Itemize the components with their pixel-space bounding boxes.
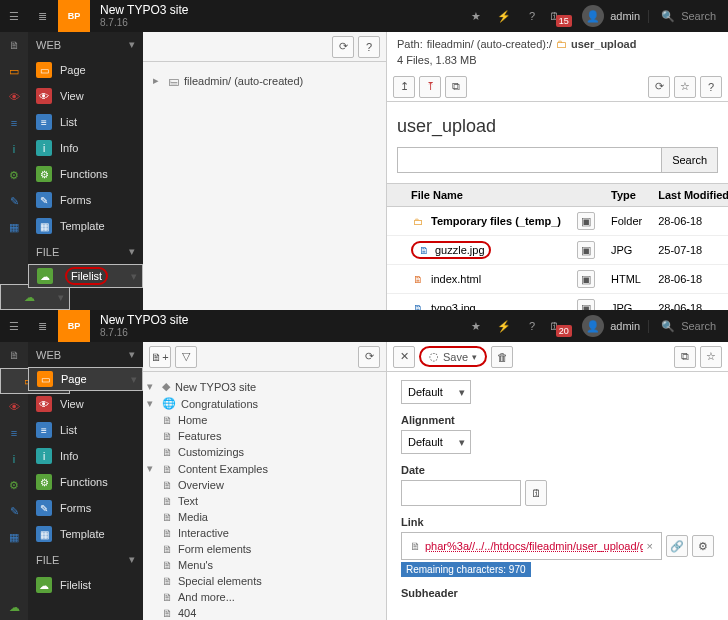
file-name[interactable]: 🗎index.html	[411, 272, 561, 286]
module-info[interactable]: iInfo	[28, 443, 143, 469]
link-wizard-button[interactable]: 🔗	[666, 535, 688, 557]
help-button[interactable]: ?	[700, 76, 722, 98]
help-button[interactable]: ?	[358, 36, 380, 58]
module-filelist[interactable]: ☁Filelist	[28, 264, 143, 288]
group-file[interactable]: FILE▾	[28, 547, 143, 572]
datepicker-button[interactable]: 🗓	[525, 480, 547, 506]
list-icon[interactable]: ≣	[28, 310, 56, 342]
link-input[interactable]	[425, 534, 643, 558]
user-menu[interactable]: 👤 admin	[574, 315, 648, 337]
rail-page-icon[interactable]: ▭	[0, 58, 28, 84]
tree-node[interactable]: 🗎Media	[147, 509, 382, 525]
alignment-select[interactable]: Default	[401, 430, 471, 454]
help-icon[interactable]: ?	[518, 310, 546, 342]
global-search[interactable]: 🔍 Search	[648, 320, 728, 333]
col-filename[interactable]: File Name	[403, 184, 569, 207]
typo3-logo[interactable]: BP	[58, 310, 90, 342]
thumbnail-icon[interactable]: ▣	[577, 241, 595, 259]
file-name[interactable]: 🗎guzzle.jpg	[411, 241, 561, 259]
rail-tmpl-icon[interactable]: ▦	[0, 214, 28, 240]
search-input[interactable]	[397, 147, 662, 173]
module-list[interactable]: ≡List	[28, 109, 143, 135]
tree-node[interactable]: ▾🌐Congratulations	[147, 395, 382, 412]
share-button[interactable]: ⧉	[674, 346, 696, 368]
refresh-button[interactable]: ⟳	[358, 346, 380, 368]
group-web[interactable]: WEB▾	[28, 32, 143, 57]
module-filelist[interactable]: ☁Filelist	[28, 572, 143, 598]
calendar-icon[interactable]: 🗓20	[546, 310, 574, 342]
tree-node[interactable]: 🗎Menu's	[147, 557, 382, 573]
tree-node[interactable]: 🗎Features	[147, 428, 382, 444]
tree-node[interactable]: ▾◆New TYPO3 site	[147, 378, 382, 395]
search-button[interactable]: Search	[662, 147, 718, 173]
module-view[interactable]: 👁View	[28, 83, 143, 109]
typo3-logo[interactable]: BP	[58, 0, 90, 32]
help-icon[interactable]: ?	[518, 0, 546, 32]
module-template[interactable]: ▦Template	[28, 521, 143, 547]
module-template[interactable]: ▦Template	[28, 213, 143, 239]
close-button[interactable]: ✕	[393, 346, 415, 368]
user-menu[interactable]: 👤 admin	[574, 5, 648, 27]
collapse-icon[interactable]: ☰	[0, 0, 28, 32]
thumbnail-icon[interactable]: ▣	[577, 270, 595, 288]
calendar-icon[interactable]: 🗓15	[546, 0, 574, 32]
rail-file-icon[interactable]: 🗎	[0, 32, 28, 58]
tree-node[interactable]: 🗎And more...	[147, 589, 382, 605]
rail-forms-icon[interactable]: ✎	[0, 498, 28, 524]
rail-filelist-icon[interactable]: ☁	[0, 594, 28, 620]
thumbnail-icon[interactable]: ▣	[577, 212, 595, 230]
rail-view-icon[interactable]: 👁	[0, 84, 28, 110]
new-page-button[interactable]: 🗎+	[149, 346, 171, 368]
refresh-button[interactable]: ⟳	[332, 36, 354, 58]
tree-node[interactable]: 🗎Text	[147, 493, 382, 509]
refresh-button[interactable]: ⟳	[648, 76, 670, 98]
collapse-icon[interactable]: ☰	[0, 310, 28, 342]
file-name[interactable]: 🗎typo3.jpg	[411, 301, 561, 310]
tree-node[interactable]: 🗎Home	[147, 412, 382, 428]
rail-tmpl-icon[interactable]: ▦	[0, 524, 28, 550]
rail-file-icon[interactable]: 🗎	[0, 342, 28, 368]
rail-func-icon[interactable]: ⚙	[0, 162, 28, 188]
table-row[interactable]: 🗎index.html ▣ HTML 28-06-18 0 B RW -	[387, 265, 728, 294]
module-list[interactable]: ≡List	[28, 417, 143, 443]
bookmark-icon[interactable]: ★	[462, 0, 490, 32]
clear-icon[interactable]: ×	[643, 540, 657, 552]
module-page[interactable]: ▭Page	[28, 367, 143, 391]
tree-node[interactable]: 🗎Form elements	[147, 541, 382, 557]
tree-root-fileadmin[interactable]: ▸ 🖴 fileadmin/ (auto-created)	[153, 72, 376, 89]
col-modified[interactable]: Last Modified	[650, 184, 728, 207]
save-button[interactable]: ◌Save▾	[419, 346, 487, 367]
upload-button[interactable]: ⤒	[419, 76, 441, 98]
tree-node[interactable]: ▾🗎Content Examples	[147, 460, 382, 477]
rail-view-icon[interactable]: 👁	[0, 394, 28, 420]
tree-node[interactable]: 🗎Interactive	[147, 525, 382, 541]
link-options-button[interactable]: ⚙	[692, 535, 714, 557]
delete-button[interactable]: 🗑	[491, 346, 513, 368]
expand-icon[interactable]: ▸	[153, 74, 163, 87]
toggle-icon[interactable]: ▾	[147, 380, 157, 393]
toggle-icon[interactable]: ▾	[147, 397, 157, 410]
flash-icon[interactable]: ⚡	[490, 0, 518, 32]
list-icon[interactable]: ≣	[28, 0, 56, 32]
global-search[interactable]: 🔍 Search	[648, 10, 728, 23]
tree-node[interactable]: 🗎404	[147, 605, 382, 620]
module-forms[interactable]: ✎Forms	[28, 495, 143, 521]
type-select[interactable]: Default	[401, 380, 471, 404]
bookmark-icon[interactable]: ★	[462, 310, 490, 342]
rail-list-icon[interactable]: ≡	[0, 110, 28, 136]
table-row[interactable]: 🗀Temporary files (_temp_) ▣ Folder 28-06…	[387, 207, 728, 236]
module-view[interactable]: 👁View	[28, 391, 143, 417]
tree-node[interactable]: 🗎Customizings	[147, 444, 382, 460]
thumbnail-icon[interactable]: ▣	[577, 299, 595, 310]
bookmark-button[interactable]: ☆	[700, 346, 722, 368]
date-input[interactable]	[401, 480, 521, 506]
module-info[interactable]: iInfo	[28, 135, 143, 161]
module-forms[interactable]: ✎Forms	[28, 187, 143, 213]
rail-info-icon[interactable]: i	[0, 136, 28, 162]
table-row[interactable]: 🗎guzzle.jpg ▣ JPG 25-07-18 1.83 MB RW -	[387, 236, 728, 265]
col-type[interactable]: Type	[603, 184, 650, 207]
file-name[interactable]: 🗀Temporary files (_temp_)	[411, 214, 561, 228]
module-functions[interactable]: ⚙Functions	[28, 469, 143, 495]
group-web[interactable]: WEB▾	[28, 342, 143, 367]
filter-button[interactable]: ▽	[175, 346, 197, 368]
